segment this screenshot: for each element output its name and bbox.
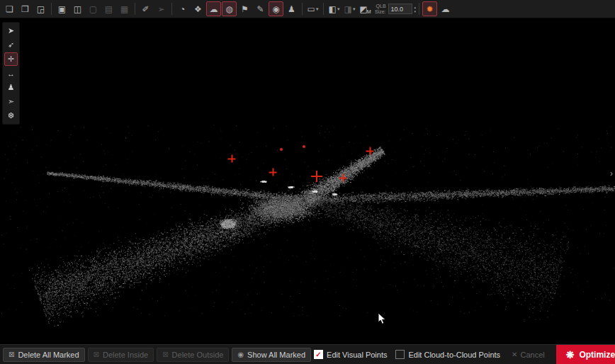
cursor-spark-icon: ➶	[8, 40, 14, 50]
thumbnail-grid-button[interactable]: ▦	[117, 1, 132, 16]
cloud-tools-button[interactable]: ☁	[438, 1, 453, 16]
fly-nav-tool[interactable]: ➣	[4, 95, 18, 108]
point-cloud-render[interactable]	[0, 18, 615, 344]
model-box-button[interactable]: ◩M	[358, 1, 373, 16]
optimize-bundle-label: Optimize Bundle	[579, 350, 615, 360]
pick-arrow-button[interactable]: ➢	[154, 1, 169, 16]
chevron-down-icon: ▾	[337, 6, 340, 12]
globe-toggle-icon: ◍	[225, 4, 232, 14]
split-view-button[interactable]: ◫	[70, 1, 85, 16]
split-view-icon: ◫	[74, 4, 81, 14]
top-toolbar: ❏❐◲▣◫▢▤▦✐➢◔❖☁◍⚑✎◉♟▭▾◧▾◨▾◩MQLBSize:10.0▴▾…	[0, 0, 615, 18]
knife-tool-button[interactable]: ✐	[138, 1, 153, 16]
edit-visual-points-box[interactable]: ✓	[314, 350, 323, 359]
toolbar-separator	[51, 3, 52, 15]
edit-visual-points-checkbox[interactable]: ✓ Edit Visual Points	[314, 350, 387, 359]
left-toolbar: ➤➶✛↔♟➣❆	[2, 22, 20, 125]
mouse-cursor	[378, 312, 388, 325]
span-arrows-icon: ↔	[7, 69, 15, 78]
show-all-marked-button[interactable]: ◉ Show All Marked	[232, 348, 311, 362]
optimize-bundle-button[interactable]: ❋ Optimize Bundle	[556, 345, 615, 364]
control-point-pin-button[interactable]: ◉	[269, 1, 283, 16]
pencil-button[interactable]: ✎	[253, 1, 268, 16]
cancel-button[interactable]: ✕ Cancel	[509, 351, 548, 359]
edit-cloud-to-cloud-checkbox[interactable]: Edit Cloud-to-Cloud Points	[395, 350, 500, 359]
camera-pin-button[interactable]: ♟	[284, 1, 299, 16]
sphere-view-icon: ◔	[180, 4, 185, 14]
qlb-size-label: QLBSize:	[375, 4, 386, 15]
delete-outside-label: Delete Outside	[172, 351, 224, 359]
brush-select-tool[interactable]: ❆	[4, 109, 18, 123]
chevron-right-icon: ›	[610, 169, 613, 178]
person-icon: ♟	[8, 83, 15, 92]
smart-select-tool[interactable]: ➶	[4, 38, 18, 52]
import-layers-button[interactable]: ❏	[2, 1, 17, 16]
qlb-size-label-line2: Size:	[375, 9, 386, 15]
chevron-down-icon: ▾	[316, 6, 319, 12]
viewport-3d[interactable]: ➤➶✛↔♟➣❆ ›	[0, 18, 615, 344]
zoom-region-button[interactable]: ◲	[33, 1, 48, 16]
camera-button[interactable]: ▣	[55, 1, 69, 16]
measure-span-tool[interactable]: ↔	[4, 67, 18, 80]
brush-cloud-icon: ❆	[8, 111, 14, 120]
window-layout-button[interactable]: ❐	[18, 1, 33, 16]
spinner-down-icon[interactable]: ▾	[414, 9, 417, 13]
qlb-size-input[interactable]: 10.0	[388, 4, 412, 14]
delete-marked-icon: ⊠	[9, 351, 14, 358]
person-view-tool[interactable]: ♟	[4, 81, 18, 94]
toolbar-separator	[135, 3, 135, 15]
edit-cloud-to-cloud-box[interactable]	[395, 350, 405, 359]
camera-icon: ▣	[58, 4, 66, 14]
bounding-box-button[interactable]: ◧▾	[327, 1, 342, 16]
qlb-size-label-line1: QLB	[375, 4, 386, 9]
delete-inside-icon: ⊠	[94, 351, 99, 358]
globe-toggle-button[interactable]: ◍	[222, 1, 237, 16]
clip-box-icon: ◨	[344, 4, 352, 14]
bounding-box-icon: ◧	[329, 4, 337, 14]
bottom-toolbar: ⊠ Delete All Marked ⊠ Delete Inside ⊠ De…	[0, 344, 615, 364]
close-icon: ✕	[512, 351, 517, 358]
cursor-arrow-icon: ➤	[8, 26, 14, 35]
clip-box-button[interactable]: ◨▾	[342, 1, 357, 16]
optimize-spray-button[interactable]: ✹	[422, 1, 437, 16]
camera-pin-icon: ♟	[288, 4, 295, 14]
delete-all-marked-button[interactable]: ⊠ Delete All Marked	[3, 348, 85, 362]
cloud-tools-icon: ☁	[441, 4, 450, 14]
right-panel-expander[interactable]: ›	[608, 164, 615, 183]
thumbnail-grid-icon: ▦	[120, 4, 128, 14]
application-window: ❏❐◲▣◫▢▤▦✐➢◔❖☁◍⚑✎◉♟▭▾◧▾◨▾◩MQLBSize:10.0▴▾…	[0, 0, 615, 364]
model-box-icon-label: M	[367, 9, 371, 16]
optimize-spray-icon: ✹	[427, 4, 434, 14]
sphere-view-button[interactable]: ◔	[175, 1, 190, 16]
move-cross-icon: ✛	[8, 55, 14, 64]
chevron-down-icon: ▾	[353, 6, 356, 12]
tags-view-button[interactable]: ❖	[191, 1, 205, 16]
pick-arrow-icon: ➢	[157, 4, 164, 14]
show-marked-icon: ◉	[237, 351, 244, 358]
toolbar-separator	[171, 3, 172, 15]
delete-outside-button[interactable]: ⊠ Delete Outside	[157, 348, 229, 362]
control-point-pin-icon: ◉	[272, 4, 279, 14]
delete-inside-button[interactable]: ⊠ Delete Inside	[88, 348, 154, 362]
window-layout-icon: ❐	[21, 4, 29, 14]
toolbar-separator	[302, 3, 303, 15]
qlb-size-spinner[interactable]: ▴▾	[414, 5, 417, 13]
selection-mode-icon: ▭	[308, 4, 315, 14]
selection-mode-button[interactable]: ▭▾	[305, 1, 320, 16]
point-cloud-toggle-button[interactable]: ☁	[206, 1, 221, 16]
select-tool[interactable]: ➤	[4, 24, 18, 38]
knife-tool-icon: ✐	[142, 4, 149, 14]
image-strip-icon: ▤	[105, 4, 113, 14]
move-points-tool[interactable]: ✛	[4, 52, 18, 66]
flag-button[interactable]: ⚑	[237, 1, 252, 16]
image-strip-button[interactable]: ▤	[101, 1, 116, 16]
tags-view-icon: ❖	[194, 4, 202, 14]
qlb-size-widget: QLBSize:10.0▴▾	[375, 4, 416, 15]
bundle-icon: ❋	[566, 349, 575, 360]
bottom-right-controls: ✓ Edit Visual Points Edit Cloud-to-Cloud…	[314, 345, 615, 364]
toolbar-separator	[323, 3, 324, 15]
delete-inside-label: Delete Inside	[103, 351, 148, 359]
single-view-button[interactable]: ▢	[86, 1, 101, 16]
single-view-icon: ▢	[89, 4, 97, 14]
point-cloud-toggle-icon: ☁	[210, 4, 218, 14]
